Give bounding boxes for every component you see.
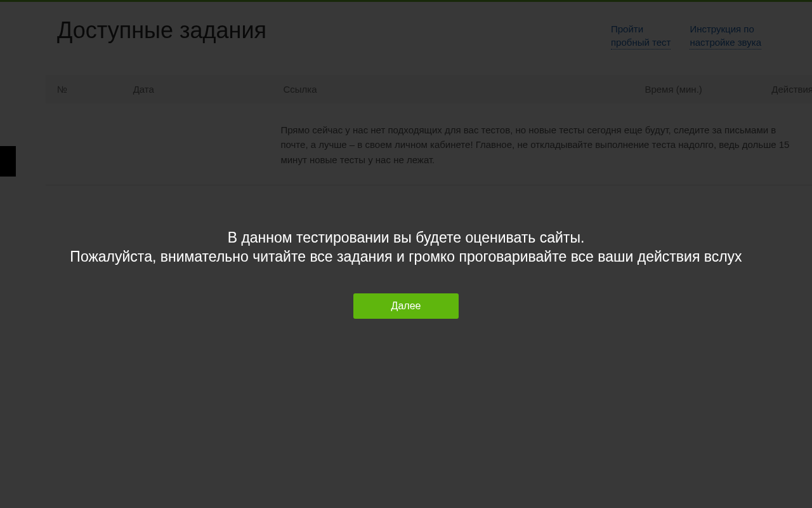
modal-text-line1: В данном тестировании вы будете оцениват…: [228, 229, 585, 246]
modal-overlay: В данном тестировании вы будете оцениват…: [0, 0, 812, 508]
modal-text: В данном тестировании вы будете оцениват…: [70, 229, 742, 267]
modal-text-line2: Пожалуйста, внимательно читайте все зада…: [70, 248, 742, 265]
next-button[interactable]: Далее: [353, 293, 459, 319]
